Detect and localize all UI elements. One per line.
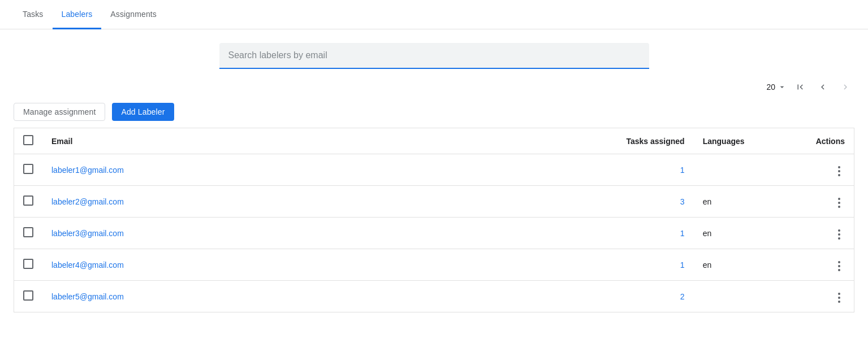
pagination-row: 20 — [0, 78, 868, 103]
row-email-0[interactable]: labeler1@gmail.com — [42, 154, 603, 186]
more-options-button-1[interactable] — [834, 195, 845, 210]
row-actions-0 — [807, 154, 854, 186]
chevron-down-icon — [778, 82, 787, 92]
add-labeler-button[interactable]: Add Labeler — [112, 103, 174, 121]
row-actions-4 — [807, 281, 854, 312]
search-input[interactable] — [228, 47, 640, 63]
more-options-button-0[interactable] — [834, 164, 845, 179]
table-row: labeler4@gmail.com 1 en — [14, 249, 854, 281]
table-header-row: Email Tasks assigned Languages Actions — [14, 128, 854, 154]
header-actions: Actions — [807, 128, 854, 154]
row-checkbox-cell — [14, 154, 43, 186]
row-checkbox-cell — [14, 186, 43, 218]
first-page-button[interactable] — [791, 78, 809, 96]
more-options-button-3[interactable] — [834, 259, 845, 273]
row-languages-2: en — [694, 218, 807, 249]
dot — [838, 233, 840, 236]
labelers-table: Email Tasks assigned Languages Actions l… — [14, 128, 854, 312]
dot — [838, 293, 840, 295]
tab-labelers[interactable]: Labelers — [53, 0, 102, 29]
row-checkbox-1[interactable] — [23, 195, 33, 206]
row-checkbox-cell — [14, 281, 43, 312]
row-checkbox-cell — [14, 249, 43, 281]
row-languages-1: en — [694, 186, 807, 218]
row-tasks-4: 2 — [603, 281, 694, 312]
row-actions-1 — [807, 186, 854, 218]
row-languages-0 — [694, 154, 807, 186]
row-checkbox-2[interactable] — [23, 227, 33, 237]
dot — [838, 265, 840, 267]
table-row: labeler5@gmail.com 2 — [14, 281, 854, 312]
chevron-left-icon — [818, 82, 828, 92]
table-row: labeler3@gmail.com 1 en — [14, 218, 854, 249]
dot — [838, 297, 840, 299]
row-checkbox-0[interactable] — [23, 164, 33, 174]
row-actions-3 — [807, 249, 854, 281]
row-tasks-0: 1 — [603, 154, 694, 186]
chevron-right-icon — [840, 82, 850, 92]
dot — [838, 202, 840, 204]
search-wrapper — [219, 43, 649, 69]
row-languages-4 — [694, 281, 807, 312]
row-email-2[interactable]: labeler3@gmail.com — [42, 218, 603, 249]
dot — [838, 206, 840, 208]
dot — [838, 174, 840, 176]
dot — [838, 166, 840, 168]
header-email: Email — [42, 128, 603, 154]
row-tasks-3: 1 — [603, 249, 694, 281]
per-page-selector[interactable]: 20 — [766, 82, 787, 92]
header-tasks: Tasks assigned — [603, 128, 694, 154]
header-checkbox[interactable] — [23, 135, 33, 145]
dot — [838, 269, 840, 271]
header-languages: Languages — [694, 128, 807, 154]
dot — [838, 261, 840, 263]
tab-assignments[interactable]: Assignments — [101, 0, 166, 29]
row-email-4[interactable]: labeler5@gmail.com — [42, 281, 603, 312]
row-languages-3: en — [694, 249, 807, 281]
per-page-value: 20 — [766, 82, 775, 92]
row-actions-2 — [807, 218, 854, 249]
dot — [838, 198, 840, 200]
first-page-icon — [795, 82, 805, 92]
next-page-button[interactable] — [836, 78, 854, 96]
table-container: Email Tasks assigned Languages Actions l… — [0, 128, 868, 312]
toolbar: Manage assignment Add Labeler — [0, 103, 868, 128]
manage-assignment-button[interactable]: Manage assignment — [14, 103, 105, 121]
dot — [838, 301, 840, 303]
dot — [838, 170, 840, 172]
table-row: labeler2@gmail.com 3 en — [14, 186, 854, 218]
prev-page-button[interactable] — [814, 78, 832, 96]
dot — [838, 237, 840, 240]
row-checkbox-3[interactable] — [23, 259, 33, 269]
row-email-3[interactable]: labeler4@gmail.com — [42, 249, 603, 281]
row-tasks-2: 1 — [603, 218, 694, 249]
header-checkbox-cell — [14, 128, 43, 154]
more-options-button-4[interactable] — [834, 290, 845, 305]
tab-tasks[interactable]: Tasks — [14, 0, 53, 29]
row-email-1[interactable]: labeler2@gmail.com — [42, 186, 603, 218]
dot — [838, 229, 840, 232]
row-checkbox-cell — [14, 218, 43, 249]
tabs-bar: Tasks Labelers Assignments — [0, 0, 868, 29]
more-options-button-2[interactable] — [834, 227, 845, 242]
row-tasks-1: 3 — [603, 186, 694, 218]
table-row: labeler1@gmail.com 1 — [14, 154, 854, 186]
search-section — [0, 29, 868, 78]
row-checkbox-4[interactable] — [23, 290, 33, 301]
